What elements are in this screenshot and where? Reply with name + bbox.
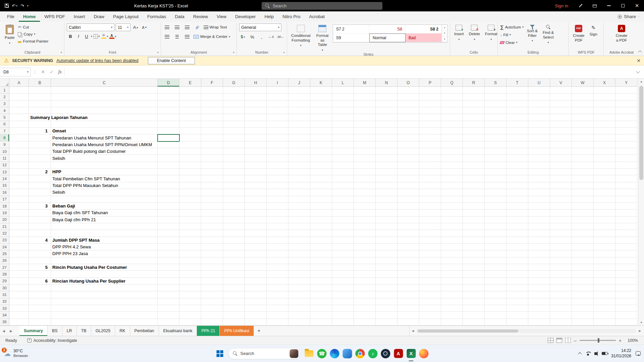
cell-O18[interactable] <box>397 203 419 209</box>
cell-Y21[interactable] <box>615 223 637 230</box>
cell-X6[interactable] <box>594 121 615 128</box>
cell-E31[interactable] <box>179 291 201 298</box>
cell-E1[interactable] <box>179 87 201 94</box>
cell-L16[interactable] <box>332 189 354 196</box>
cell-S11[interactable] <box>485 155 506 162</box>
cell-O21[interactable] <box>397 223 419 230</box>
row-header-30[interactable]: 30 <box>0 285 9 291</box>
horizontal-scroll-thumb[interactable] <box>418 329 518 333</box>
merge-center-button[interactable]: ↔Merge & Center▾ <box>194 33 230 40</box>
cell-B3[interactable] <box>29 101 51 107</box>
cell-L21[interactable] <box>332 223 354 230</box>
cell-F1[interactable] <box>201 87 223 94</box>
cell-B15[interactable] <box>29 182 51 189</box>
cell-H34[interactable] <box>245 312 267 318</box>
cell-T3[interactable] <box>506 101 528 107</box>
cell-V5[interactable] <box>550 114 572 121</box>
cell-C15[interactable]: Total DPP PPN Masukan Setahun <box>51 182 158 189</box>
cell-Q35[interactable] <box>441 319 463 325</box>
cell-C27[interactable]: Rincin Piutang Usaha Per Costumer <box>51 264 158 271</box>
cell-V14[interactable] <box>550 175 572 182</box>
cell-F32[interactable] <box>201 298 223 305</box>
number-format-select[interactable]: General▾ <box>239 23 281 31</box>
ribbon-tab-acrobat[interactable]: Acrobat <box>305 11 329 22</box>
cell-B4[interactable] <box>29 107 51 114</box>
cell-K19[interactable] <box>310 209 332 216</box>
sheet-tab-pembelian[interactable]: Pembelian <box>130 326 159 336</box>
cell-X18[interactable] <box>594 203 615 209</box>
cell-F2[interactable] <box>201 94 223 100</box>
cell-X19[interactable] <box>594 209 615 216</box>
cell-U8[interactable] <box>528 134 550 141</box>
scroll-right-icon[interactable]: ▶ <box>637 329 643 333</box>
cell-S17[interactable] <box>485 196 506 203</box>
cell-K15[interactable] <box>310 182 332 189</box>
align-top-button[interactable] <box>163 23 171 31</box>
format-cells-button[interactable]: ▾ Format ▾ <box>483 23 499 41</box>
cell-U29[interactable] <box>528 278 550 285</box>
cell-F10[interactable] <box>201 148 223 155</box>
redo-button[interactable]: ↷ <box>20 3 24 8</box>
cell-O33[interactable] <box>397 305 419 312</box>
row-header-9[interactable]: 9 <box>0 141 9 148</box>
new-sheet-button[interactable]: + <box>254 326 264 336</box>
horizontal-scroll-track[interactable] <box>417 329 636 333</box>
cell-U13[interactable] <box>528 169 550 175</box>
row-header-23[interactable]: 23 <box>0 237 9 244</box>
cell-I7[interactable] <box>267 128 288 134</box>
row-header-12[interactable]: 12 <box>0 162 9 169</box>
cell-W25[interactable] <box>572 250 594 257</box>
cell-T5[interactable] <box>506 114 528 121</box>
cell-O10[interactable] <box>397 148 419 155</box>
cell-B1[interactable] <box>29 87 51 94</box>
cell-S20[interactable] <box>485 217 506 223</box>
taskbar-search[interactable]: Search <box>228 348 301 359</box>
cell-C24[interactable]: DPP PPH 4.2 Sewa <box>51 244 158 250</box>
cell-E17[interactable] <box>179 196 201 203</box>
cell-X11[interactable] <box>594 155 615 162</box>
cell-F14[interactable] <box>201 175 223 182</box>
cell-G12[interactable] <box>223 162 245 169</box>
cell-R22[interactable] <box>463 230 485 237</box>
cell-M24[interactable] <box>354 244 376 250</box>
cell-U26[interactable] <box>528 257 550 264</box>
cell-Y13[interactable] <box>615 169 637 175</box>
cell-H20[interactable] <box>245 217 267 223</box>
cell-C12[interactable] <box>51 162 158 169</box>
cell-T4[interactable] <box>506 107 528 114</box>
column-header-M[interactable]: M <box>354 79 376 87</box>
cell-E6[interactable] <box>179 121 201 128</box>
cell-J6[interactable] <box>288 121 310 128</box>
cell-M11[interactable] <box>354 155 376 162</box>
cell-F30[interactable] <box>201 285 223 291</box>
cell-E16[interactable] <box>179 189 201 196</box>
cell-I8[interactable] <box>267 134 288 141</box>
cell-L7[interactable] <box>332 128 354 134</box>
cell-S31[interactable] <box>485 291 506 298</box>
cell-L27[interactable] <box>332 264 354 271</box>
cell-L30[interactable] <box>332 285 354 291</box>
cell-L18[interactable] <box>332 203 354 209</box>
cell-O24[interactable] <box>397 244 419 250</box>
cell-G24[interactable] <box>223 244 245 250</box>
warning-close-icon[interactable]: ✕ <box>637 58 641 63</box>
cell-V21[interactable] <box>550 223 572 230</box>
cell-T33[interactable] <box>506 305 528 312</box>
cell-L26[interactable] <box>332 257 354 264</box>
cell-R20[interactable] <box>463 217 485 223</box>
cell-P5[interactable] <box>419 114 441 121</box>
cell-H9[interactable] <box>245 141 267 148</box>
cell-E5[interactable] <box>179 114 201 121</box>
cell-M18[interactable] <box>354 203 376 209</box>
cell-B23[interactable]: 4 <box>29 237 51 244</box>
cell-Q6[interactable] <box>441 121 463 128</box>
cell-H29[interactable] <box>245 278 267 285</box>
cell-R23[interactable] <box>463 237 485 244</box>
cell-P15[interactable] <box>419 182 441 189</box>
cell-C21[interactable] <box>51 223 158 230</box>
cell-R25[interactable] <box>463 250 485 257</box>
cell-K23[interactable] <box>310 237 332 244</box>
cell-I10[interactable] <box>267 148 288 155</box>
cell-O19[interactable] <box>397 209 419 216</box>
cell-Q23[interactable] <box>441 237 463 244</box>
